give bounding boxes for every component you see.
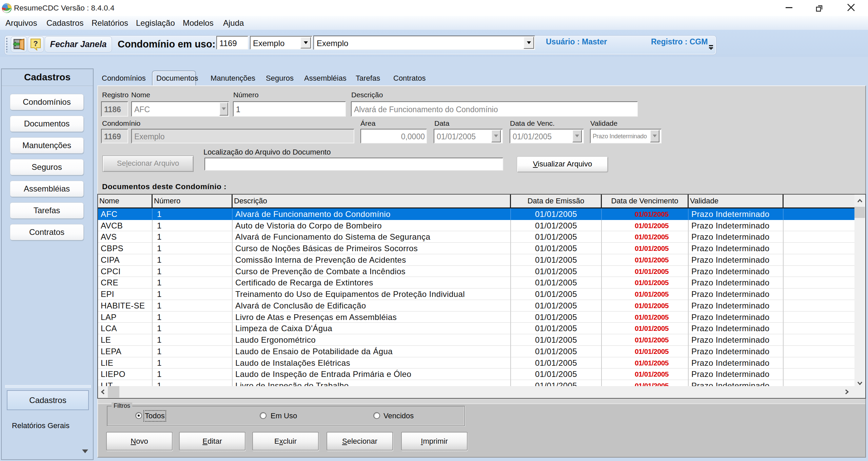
svg-text:?: ? <box>33 39 38 48</box>
